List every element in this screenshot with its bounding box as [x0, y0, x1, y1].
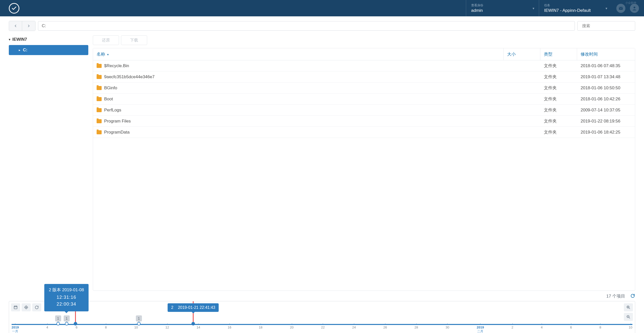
back-button[interactable]	[9, 21, 22, 31]
file-type: 文件夹	[540, 96, 577, 102]
table-row[interactable]: BGinfo 文件夹 2018-01-06 10:50:50	[93, 82, 635, 94]
toolbar	[0, 16, 644, 35]
file-type: 文件夹	[540, 118, 577, 124]
table-row[interactable]: Boot 文件夹 2018-01-06 10:42:26	[93, 94, 635, 105]
table-row[interactable]: Program Files 文件夹 2019-01-22 08:19:56	[93, 116, 635, 127]
file-modified: 2018-01-06 10:42:26	[577, 97, 635, 102]
focus-button[interactable]	[22, 303, 31, 311]
svg-point-4	[26, 307, 27, 308]
svg-point-1	[634, 7, 635, 8]
task-dropdown[interactable]: 任务 IEWIN7 - Appinn-Default ▾	[539, 0, 612, 16]
timeline-tick: 4	[541, 325, 543, 333]
folder-icon	[97, 97, 102, 101]
table-row[interactable]: PerfLogs 文件夹 2009-07-14 10:37:05	[93, 105, 635, 116]
file-type: 文件夹	[540, 85, 577, 91]
timeline-tick: 6	[570, 325, 572, 333]
svg-rect-2	[14, 306, 17, 309]
timeline-ticks: 2019一月46810121416182022242628302019二月246…	[12, 325, 632, 333]
file-name: Program Files	[104, 119, 131, 124]
user-icon-button[interactable]	[630, 4, 639, 13]
folder-icon	[97, 108, 102, 112]
timeline-tick: 8	[105, 325, 107, 333]
message-icon-button[interactable]	[616, 4, 625, 13]
sort-asc-icon: ▲	[107, 53, 109, 56]
file-name: PerfLogs	[104, 108, 121, 113]
timeline-tick: 30	[446, 325, 449, 333]
timeline-badge[interactable]: 1	[136, 315, 142, 321]
file-modified: 2018-01-06 10:50:50	[577, 86, 635, 91]
timeline-tick: 8	[599, 325, 601, 333]
timeline-tick: 28	[415, 325, 418, 333]
timeline-tick: 10	[134, 325, 138, 333]
file-name: 9aecfc351b5dce44e346e7	[104, 74, 154, 79]
timeline-tick: 22	[321, 325, 325, 333]
file-type: 文件夹	[540, 129, 577, 135]
path-input[interactable]	[38, 21, 575, 31]
timeline-tooltip: 2 版本 2019-01-08 12:31:16 22:00:34	[44, 284, 89, 311]
table-row[interactable]: ProgramData 文件夹 2019-01-06 18:42:25	[93, 127, 635, 138]
table-row[interactable]: 9aecfc351b5dce44e346e7 文件夹 2019-01-07 13…	[93, 71, 635, 82]
folder-icon	[97, 75, 102, 79]
table-row[interactable]: $Recycle.Bin 文件夹 2018-01-06 07:48:35	[93, 60, 635, 71]
reload-button[interactable]	[32, 303, 41, 311]
column-size[interactable]: 大小	[504, 48, 540, 60]
chevron-down-icon: ▾	[9, 38, 10, 41]
chevron-down-icon: ▾	[533, 6, 534, 10]
zoom-in-button[interactable]	[624, 303, 633, 311]
search-input[interactable]	[582, 24, 632, 28]
timeline-tick: 6	[76, 325, 77, 333]
zoom-out-button[interactable]	[624, 313, 633, 321]
column-name[interactable]: 名称▲	[93, 48, 504, 60]
folder-icon	[97, 64, 102, 68]
identity-dropdown[interactable]: 查看身份 admin ▾	[466, 0, 539, 16]
app-header: Active Backup for Business 查看身份 admin ▾ …	[0, 0, 644, 16]
file-name: Boot	[104, 97, 113, 102]
timeline-tick: 16	[228, 325, 231, 333]
watermark: 小众软件	[625, 1, 636, 5]
folder-icon	[97, 130, 102, 134]
download-button[interactable]: 下载	[121, 35, 147, 45]
file-modified: 2009-07-14 10:37:05	[577, 108, 635, 113]
timeline-tick: 12	[166, 325, 169, 333]
file-type: 文件夹	[540, 63, 577, 69]
status-bar: 17 个项目	[0, 291, 644, 301]
timeline-marker[interactable]	[56, 322, 60, 325]
timeline-tick: 2019二月	[477, 325, 484, 333]
timeline-track[interactable]	[12, 324, 632, 325]
tree-root-label: IEWIN7	[12, 37, 27, 42]
timeline-marker-current[interactable]	[191, 322, 195, 325]
timeline-tick: 2	[511, 325, 513, 333]
nav-buttons	[9, 21, 35, 31]
table-body[interactable]: $Recycle.Bin 文件夹 2018-01-06 07:48:35 9ae…	[93, 60, 635, 290]
timeline-tick: 26	[383, 325, 387, 333]
file-name: BGinfo	[104, 86, 117, 91]
table-header: 名称▲ 大小 类型 修改时间	[93, 48, 635, 60]
forward-button[interactable]	[22, 21, 35, 31]
refresh-button[interactable]	[630, 293, 635, 299]
timeline-tick: 10	[629, 325, 632, 333]
sidebar: ▾ IEWIN7 ▸ C:	[9, 35, 88, 291]
search-box[interactable]	[577, 21, 635, 31]
timeline: 2 版本 2019-01-08 12:31:16 22:00:34 1 1 1 …	[0, 301, 644, 333]
tree-root[interactable]: ▾ IEWIN7	[9, 35, 88, 44]
restore-button[interactable]: 还原	[93, 35, 119, 45]
timeline-marker[interactable]	[65, 322, 68, 325]
tree-item-drive[interactable]: ▸ C:	[9, 45, 88, 55]
item-count: 17 个项目	[606, 293, 625, 299]
column-type[interactable]: 类型	[540, 48, 577, 60]
timeline-tick: 14	[196, 325, 200, 333]
file-table: 名称▲ 大小 类型 修改时间 $Recycle.Bin 文件夹 2018-01-…	[93, 48, 635, 291]
chevron-right-icon: ▸	[19, 49, 20, 52]
timeline-tick: 4	[46, 325, 48, 333]
calendar-button[interactable]	[11, 303, 20, 311]
timeline-marker[interactable]	[137, 322, 141, 325]
column-modified[interactable]: 修改时间	[577, 48, 635, 60]
timeline-box[interactable]: 1 1 1 2 2019-01-21 22:41:43 2019一月468101…	[9, 301, 635, 333]
logo-icon	[9, 3, 19, 14]
timeline-badge[interactable]: 1	[55, 315, 61, 321]
file-modified: 2018-01-06 07:48:35	[577, 63, 635, 68]
timeline-badge[interactable]: 1	[64, 315, 70, 321]
chevron-down-icon: ▾	[606, 6, 607, 10]
main-area: ▾ IEWIN7 ▸ C: 还原 下载 名称▲ 大小 类型 修改时间 $Recy…	[0, 35, 644, 291]
tree-item-label: C:	[23, 48, 27, 53]
